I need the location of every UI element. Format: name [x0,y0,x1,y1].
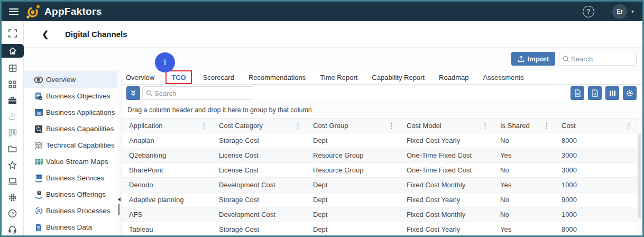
table-row[interactable]: TableauStorage CostDeptFixed Cost Yearly… [122,222,637,235]
nav-item-business-applications[interactable]: 88 Business Applications [24,104,117,121]
nav-item-business-objectives[interactable]: Business Objectives [24,88,117,104]
tab-overview[interactable]: Overview [126,74,154,81]
info-annotation-marker: i [155,52,175,72]
table-row[interactable]: Adaptive planningStorage CostDeptFixed C… [122,193,637,207]
upload-icon [518,56,525,62]
grid-settings-button[interactable] [623,86,637,100]
app-window-icon: 88 [34,108,43,117]
kanban-icon[interactable] [2,127,24,139]
column-menu-icon[interactable]: ⋮ [200,122,207,130]
tab-recommendations[interactable]: Recommendations [249,74,306,81]
gear-icon [626,89,633,97]
apps-icon[interactable] [2,79,24,90]
tab-tco[interactable]: TCO [171,74,186,81]
tab-assessments[interactable]: Assessments [483,74,523,81]
nav-item-technical-capabilities[interactable]: Technical Capabilities [24,137,117,153]
search-icon [563,56,569,62]
back-button[interactable]: ❮ [42,29,52,39]
brand-logo-icon [26,4,40,19]
tab-time-report[interactable]: Time Report [320,74,357,81]
column-menu-icon[interactable]: ⋮ [482,122,489,130]
table-header-row: Application⋮ Cost Category⋮ Cost Group⋮ … [122,118,642,133]
svg-text:88: 88 [36,112,41,115]
chevron-down-icon[interactable]: ▾ [631,8,634,14]
eye-icon [34,75,43,85]
question-icon[interactable]: ? [2,208,24,220]
help-icon[interactable]: ? [583,6,594,17]
star-icon[interactable] [2,159,24,171]
hand-gear-icon[interactable] [2,111,24,123]
nav-item-business-data[interactable]: Business Data [24,219,117,235]
side-nav: Overview Business Objectives [24,70,117,235]
cube-icon [34,141,43,150]
nav-divider [117,70,122,235]
topbar: AppFaktors ? Er ▾ [2,2,642,21]
expand-filters-button[interactable] [126,86,140,100]
nav-item-value-stream-maps[interactable]: Value Stream Maps [24,153,117,170]
tco-highlight-box: TCO [165,70,191,84]
column-menu-icon[interactable]: ⋮ [625,122,632,130]
nav-item-business-capabilities[interactable]: Business Capabilities [24,121,117,137]
nav-item-business-offerings[interactable]: ? Business Offerings [24,186,117,203]
laptop-icon[interactable] [2,176,24,187]
import-button[interactable]: Import [511,52,555,66]
search-icon [146,90,153,97]
page-title: Digital Channels [65,30,127,39]
export-excel-button[interactable] [571,86,584,100]
table-row[interactable]: AnaplanStorage CostDeptFixed Cost Yearly… [122,133,637,148]
nav-item-overview[interactable]: Overview [24,71,117,88]
tab-capability-report[interactable]: Capability Report [372,74,425,81]
collapse-nav-icon[interactable] [118,197,121,202]
export-pdf-button[interactable]: A [588,86,602,100]
column-menu-icon[interactable]: ⋮ [543,122,550,130]
table-row[interactable]: Q2ebankingLicense CostResource GroupOne-… [122,148,637,163]
column-header-cost-category[interactable]: Cost Category⋮ [211,118,306,133]
column-menu-icon[interactable]: ⋮ [295,122,301,130]
hand-box-icon: ? [34,190,43,199]
column-header-cost-model[interactable]: Cost Model⋮ [399,118,493,133]
avatar[interactable]: Er [612,4,627,19]
table-row[interactable]: DenodoDevelopment CostDeptFixed Cost Mon… [122,178,637,193]
headset-icon[interactable] [2,224,24,235]
nav-item-business-processes[interactable]: Business Processes [24,203,117,219]
hand-window-icon [34,174,43,183]
table-row[interactable]: AFSDevelopment CostDeptFixed Cost Monthl… [122,207,637,222]
table-icon[interactable] [2,62,24,74]
gear-icon[interactable] [2,192,24,203]
svg-text:?: ? [38,191,40,194]
briefcase-icon[interactable] [2,95,24,106]
tab-scorecard[interactable]: Scorecard [203,74,234,81]
grid-scrollbar[interactable] [637,118,642,235]
grid-scrollbar-thumb[interactable] [638,134,641,218]
document-icon [34,223,43,232]
table-row[interactable]: SharePointLicense CostResource GroupOne-… [122,163,637,178]
action-band: Import [24,48,642,70]
svg-text:?: ? [11,211,14,216]
column-header-application[interactable]: Application⋮ [122,118,211,133]
grid-panel: Overview TCO Scorecard Recommendations T… [122,70,642,235]
excel-file-icon [574,89,581,97]
nav-scrollbar[interactable] [118,204,119,215]
process-cycle-icon [34,206,43,216]
nav-item-business-services[interactable]: Business Services [24,170,117,186]
page-search-input[interactable] [571,55,633,63]
fullscreen-icon[interactable] [2,28,24,39]
column-header-cost[interactable]: Cost⋮ [554,118,637,133]
grid-search-input[interactable] [154,89,250,97]
document-check-icon [34,92,43,101]
column-header-is-shared[interactable]: Is Shared⋮ [493,118,554,133]
column-header-cost-group[interactable]: Cost Group⋮ [306,118,399,133]
column-menu-icon[interactable]: ⋮ [388,122,395,130]
tab-roadmap[interactable]: Roadmap [439,74,468,81]
group-by-bar[interactable]: Drag a column header and drop it here to… [122,102,642,118]
page-header: ❮ Digital Channels [24,21,642,48]
icon-rail: ? [2,21,24,235]
folder-icon[interactable] [2,143,24,155]
home-icon[interactable] [2,44,24,58]
hamburger-menu-icon[interactable] [9,8,19,15]
columns-icon [609,90,616,97]
gear-search-icon [34,124,43,134]
tab-bar: Overview TCO Scorecard Recommendations T… [122,70,642,85]
svg-text:A: A [594,92,596,96]
column-chooser-button[interactable] [605,86,619,100]
